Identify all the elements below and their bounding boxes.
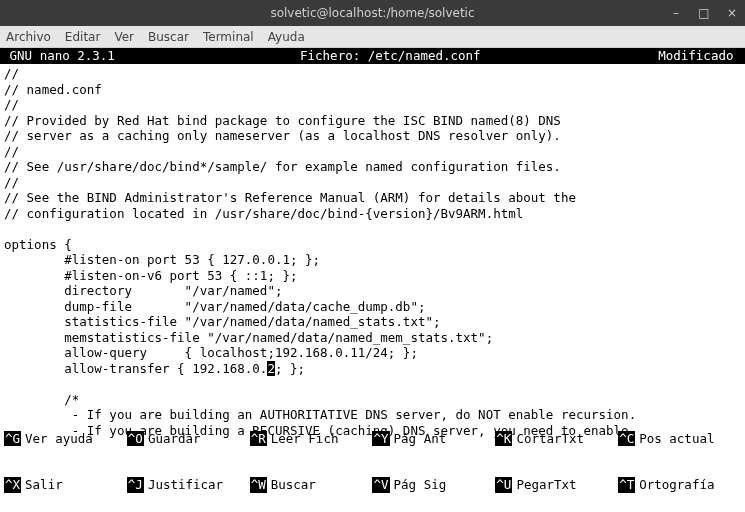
editor-line: #listen-on port 53 { 127.0.0.1; }; bbox=[4, 252, 741, 268]
editor-area[interactable]: //// named.conf//// Provided by Red Hat … bbox=[0, 64, 745, 438]
cursor: 2 bbox=[267, 361, 275, 377]
editor-line: // bbox=[4, 66, 741, 82]
editor-line: // bbox=[4, 144, 741, 160]
shortcut-item[interactable]: ^XSalir bbox=[4, 477, 127, 493]
shortcut-item[interactable]: ^UPegarTxt bbox=[495, 477, 618, 493]
editor-line bbox=[4, 221, 741, 237]
editor-line: allow-transfer { 192.168.0.2; }; bbox=[4, 361, 741, 377]
window-title: solvetic@localhost:/home/solvetic bbox=[270, 6, 474, 20]
menubar: Archivo Editar Ver Buscar Terminal Ayuda bbox=[0, 26, 745, 48]
close-button[interactable]: × bbox=[725, 6, 739, 20]
shortcut-key: ^J bbox=[127, 477, 144, 493]
shortcut-label: Pág Ant bbox=[394, 431, 447, 447]
editor-line: statistics-file "/var/named/data/named_s… bbox=[4, 314, 741, 330]
shortcut-label: Ortografía bbox=[639, 477, 714, 493]
shortcut-key: ^V bbox=[372, 477, 389, 493]
menu-buscar[interactable]: Buscar bbox=[148, 30, 189, 44]
editor-line: // bbox=[4, 97, 741, 113]
editor-line: // server as a caching only nameserver (… bbox=[4, 128, 741, 144]
shortcut-item[interactable]: ^GVer ayuda bbox=[4, 431, 127, 447]
shortcut-label: Pág Sig bbox=[394, 477, 447, 493]
menu-ver[interactable]: Ver bbox=[114, 30, 134, 44]
nano-shortcuts: ^GVer ayuda^OGuardar^RLeer Fich^YPág Ant… bbox=[4, 400, 741, 509]
editor-line: // named.conf bbox=[4, 82, 741, 98]
shortcut-label: Justificar bbox=[148, 477, 223, 493]
shortcut-key: ^U bbox=[495, 477, 512, 493]
editor-line: // bbox=[4, 175, 741, 191]
menu-terminal[interactable]: Terminal bbox=[203, 30, 254, 44]
editor-line: #listen-on-v6 port 53 { ::1; }; bbox=[4, 268, 741, 284]
shortcut-item[interactable]: ^KCortarTxt bbox=[495, 431, 618, 447]
nano-status: Modificado bbox=[652, 48, 745, 64]
shortcut-item[interactable]: ^WBuscar bbox=[250, 477, 373, 493]
shortcut-key: ^X bbox=[4, 477, 21, 493]
shortcut-key: ^G bbox=[4, 431, 21, 447]
shortcut-label: Salir bbox=[25, 477, 63, 493]
editor-line bbox=[4, 376, 741, 392]
shortcut-label: Ver ayuda bbox=[25, 431, 93, 447]
nano-file-label: Fichero: /etc/named.conf bbox=[128, 48, 652, 64]
shortcut-label: CortarTxt bbox=[516, 431, 584, 447]
window-titlebar: solvetic@localhost:/home/solvetic – □ × bbox=[0, 0, 745, 26]
shortcut-item[interactable]: ^YPág Ant bbox=[372, 431, 495, 447]
shortcut-key: ^C bbox=[618, 431, 635, 447]
shortcut-label: PegarTxt bbox=[516, 477, 576, 493]
shortcut-key: ^Y bbox=[372, 431, 389, 447]
menu-editar[interactable]: Editar bbox=[65, 30, 101, 44]
shortcut-item[interactable]: ^RLeer Fich bbox=[250, 431, 373, 447]
shortcut-key: ^W bbox=[250, 477, 267, 493]
shortcut-item[interactable]: ^OGuardar bbox=[127, 431, 250, 447]
shortcut-label: Leer Fich bbox=[271, 431, 339, 447]
shortcut-label: Pos actual bbox=[639, 431, 714, 447]
shortcut-key: ^R bbox=[250, 431, 267, 447]
shortcut-row-2: ^XSalir^JJustificar^WBuscar^VPág Sig^UPe… bbox=[4, 477, 741, 493]
editor-line: memstatistics-file "/var/named/data/name… bbox=[4, 330, 741, 346]
editor-line: dump-file "/var/named/data/cache_dump.db… bbox=[4, 299, 741, 315]
shortcut-key: ^T bbox=[618, 477, 635, 493]
nano-header: GNU nano 2.3.1 Fichero: /etc/named.conf … bbox=[0, 48, 745, 64]
shortcut-label: Guardar bbox=[148, 431, 201, 447]
shortcut-row-1: ^GVer ayuda^OGuardar^RLeer Fich^YPág Ant… bbox=[4, 431, 741, 447]
window-controls: – □ × bbox=[669, 0, 739, 26]
shortcut-key: ^K bbox=[495, 431, 512, 447]
maximize-button[interactable]: □ bbox=[697, 6, 711, 20]
editor-line: // See the BIND Administrator's Referenc… bbox=[4, 190, 741, 206]
minimize-button[interactable]: – bbox=[669, 6, 683, 20]
menu-ayuda[interactable]: Ayuda bbox=[268, 30, 305, 44]
shortcut-label: Buscar bbox=[271, 477, 316, 493]
shortcut-item[interactable]: ^CPos actual bbox=[618, 431, 741, 447]
menu-archivo[interactable]: Archivo bbox=[6, 30, 51, 44]
shortcut-key: ^O bbox=[127, 431, 144, 447]
editor-line: allow-query { localhost;192.168.0.11/24;… bbox=[4, 345, 741, 361]
editor-line: options { bbox=[4, 237, 741, 253]
editor-line: directory "/var/named"; bbox=[4, 283, 741, 299]
editor-line: // configuration located in /usr/share/d… bbox=[4, 206, 741, 222]
shortcut-item[interactable]: ^VPág Sig bbox=[372, 477, 495, 493]
editor-line: // Provided by Red Hat bind package to c… bbox=[4, 113, 741, 129]
shortcut-item[interactable]: ^JJustificar bbox=[127, 477, 250, 493]
editor-line: // See /usr/share/doc/bind*/sample/ for … bbox=[4, 159, 741, 175]
shortcut-item[interactable]: ^TOrtografía bbox=[618, 477, 741, 493]
nano-version: GNU nano 2.3.1 bbox=[0, 48, 128, 64]
